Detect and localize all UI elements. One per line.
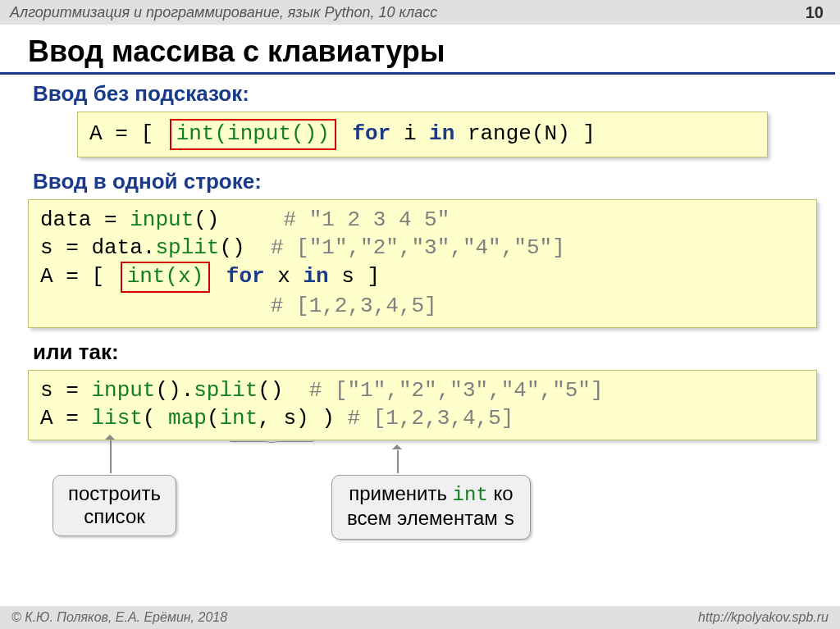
content-area: Ввод без подсказок: A = [ int(input()) f… [0, 81, 840, 550]
function: map [168, 406, 207, 431]
codebox-3: s = input().split() # ["1","2","3","4","… [28, 370, 817, 440]
callout-apply-int: применить int ко всем элементам s [331, 475, 531, 540]
callout-text: ко [488, 482, 514, 504]
footer-url: http://kpolyakov.spb.ru [698, 610, 829, 625]
highlighted-code: int(input()) [176, 121, 330, 146]
copyright: © К.Ю. Поляков, Е.А. Ерёмин, 2018 [11, 610, 227, 625]
code: s ] [329, 264, 380, 289]
codebox-2: data = input() # "1 2 3 4 5" s = data.sp… [28, 199, 817, 328]
comment: # ["1","2","3","4","5"] [271, 235, 565, 260]
callout-text: всем элементам [347, 507, 503, 529]
function: list [91, 406, 142, 431]
highlighted-code: int(x) [127, 264, 204, 289]
code: ( [143, 406, 168, 431]
brace-icon: ︸ [226, 437, 325, 449]
keyword-in: in [429, 121, 454, 146]
callout-line: построить [68, 482, 161, 506]
code: () [219, 235, 270, 260]
comment: # "1 2 3 4 5" [283, 207, 450, 232]
callout-line: список [68, 505, 161, 529]
function: input [130, 207, 194, 232]
code: range(N) ] [454, 121, 596, 146]
code: A = [ [89, 121, 153, 146]
code: s = [40, 378, 91, 403]
comment: # [1,2,3,4,5] [271, 294, 437, 318]
page-number: 10 [806, 3, 824, 22]
code: , s) ) [258, 406, 347, 431]
callout-code: int [453, 484, 488, 506]
code: () [194, 207, 283, 232]
code: A = [ [40, 264, 104, 289]
keyword-for: for [226, 264, 265, 289]
function: int [219, 406, 258, 431]
keyword-in: in [303, 264, 328, 289]
code: x [265, 264, 304, 289]
code: i [390, 121, 429, 146]
pointer-line [397, 450, 399, 473]
section2-heading: Ввод в одной строке: [33, 169, 817, 194]
page-title: Ввод массива с клавиатуры [0, 25, 835, 75]
callout-code: s [503, 508, 514, 531]
section1-heading: Ввод без подсказок: [33, 81, 817, 107]
pointer-line [110, 440, 112, 473]
code: () [258, 378, 308, 403]
code: (). [155, 378, 194, 403]
course-title: Алгоритмизация и программирование, язык … [10, 4, 437, 21]
code [40, 294, 271, 318]
keyword-for: for [352, 121, 390, 146]
code: data = [40, 207, 130, 232]
comment: # [1,2,3,4,5] [348, 406, 514, 431]
function: split [155, 235, 219, 260]
slide-header: Алгоритмизация и программирование, язык … [0, 0, 840, 25]
callout-build-list: построить список [52, 475, 176, 537]
callouts-area: ︸ построить список применить int ко всем… [28, 452, 817, 550]
code: s = data. [40, 235, 155, 260]
function: input [91, 378, 155, 403]
slide-footer: © К.Ю. Поляков, Е.А. Ерёмин, 2018 http:/… [0, 606, 840, 629]
callout-text: применить [349, 482, 452, 504]
code: ( [207, 406, 220, 431]
codebox-1: A = [ int(input()) for i in range(N) ] [77, 112, 768, 157]
section3-heading: или так: [33, 340, 817, 365]
function: split [194, 378, 258, 403]
comment: # ["1","2","3","4","5"] [309, 378, 604, 403]
code: A = [40, 406, 91, 431]
